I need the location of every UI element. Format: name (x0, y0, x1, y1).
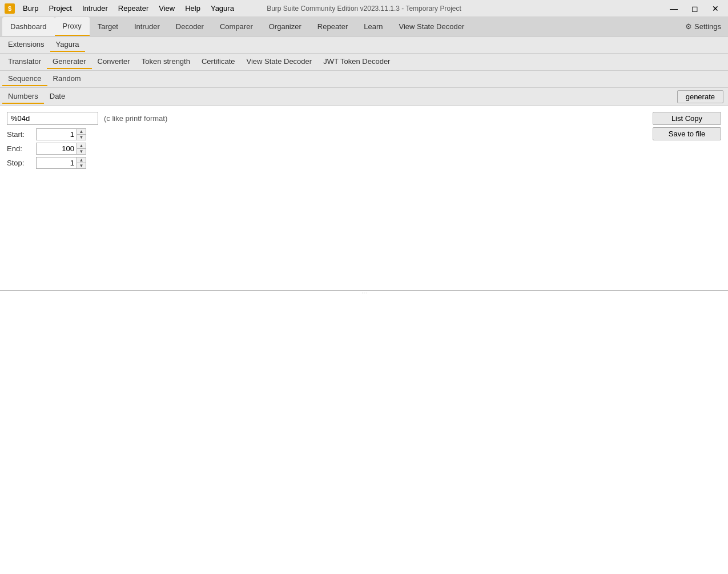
menu-project[interactable]: Project (44, 3, 76, 14)
resize-handle[interactable]: ⋯ (353, 291, 376, 294)
tab-proxy[interactable]: Proxy (55, 17, 90, 36)
menu-bar[interactable]: Burp Project Intruder Repeater View Help… (18, 3, 239, 14)
start-spinner[interactable]: ▲ ▼ (77, 129, 86, 140)
tab-numbers[interactable]: Numbers (2, 90, 44, 104)
tab-intruder[interactable]: Intruder (126, 17, 168, 36)
menu-view[interactable]: View (154, 3, 179, 14)
stop-input[interactable] (37, 157, 77, 168)
window-controls[interactable]: — ◻ ✕ (665, 3, 723, 14)
stop-input-wrapper: ▲ ▼ (36, 157, 86, 169)
yagura-nav-tabs: Extensions Yagura (0, 37, 728, 54)
tab-yagura[interactable]: Yagura (50, 38, 85, 52)
window-title: Burp Suite Community Edition v2023.11.1.… (267, 5, 461, 13)
jtrans-nav-tabs: Translator Generater Converter Token str… (0, 54, 728, 71)
tab-jwt-token-decoder[interactable]: JWT Token Decoder (317, 55, 396, 69)
menu-burp[interactable]: Burp (18, 3, 43, 14)
tab-converter[interactable]: Converter (92, 55, 136, 69)
settings-button[interactable]: ⚙ Settings (681, 20, 726, 33)
settings-label: Settings (694, 22, 721, 31)
start-label: Start: (7, 130, 33, 139)
title-bar: $ Burp Project Intruder Repeater View He… (0, 0, 728, 17)
format-input[interactable] (7, 112, 98, 125)
app-logo: $ (5, 3, 15, 14)
end-label: End: (7, 144, 33, 153)
gear-icon: ⚙ (685, 22, 692, 31)
list-copy-button[interactable]: List Copy (653, 112, 721, 125)
menu-repeater[interactable]: Repeater (114, 3, 153, 14)
end-spinner[interactable]: ▲ ▼ (77, 143, 86, 154)
tab-decoder[interactable]: Decoder (168, 17, 212, 36)
num-nav-tabs: Numbers Date generate (0, 88, 728, 106)
tab-organizer[interactable]: Organizer (261, 17, 309, 36)
tab-extensions[interactable]: Extensions (2, 38, 50, 52)
tab-learn[interactable]: Learn (356, 17, 391, 36)
tab-repeater[interactable]: Repeater (309, 17, 356, 36)
start-down-button[interactable]: ▼ (77, 135, 86, 140)
tab-target[interactable]: Target (90, 17, 126, 36)
action-buttons: List Copy Save to file (653, 112, 721, 140)
lower-panel: ⋯ (0, 290, 728, 574)
seq-nav-tabs: Sequence Random (0, 71, 728, 88)
end-input-wrapper: ▲ ▼ (36, 143, 86, 155)
tab-generater[interactable]: Generater (47, 55, 92, 69)
tab-comparer[interactable]: Comparer (212, 17, 261, 36)
tab-certificate[interactable]: Certificate (196, 55, 241, 69)
tab-sequence[interactable]: Sequence (2, 72, 47, 86)
menu-intruder[interactable]: Intruder (78, 3, 112, 14)
start-input-wrapper: ▲ ▼ (36, 128, 86, 140)
minimize-button[interactable]: — (665, 3, 682, 14)
tab-view-state-decoder-ext[interactable]: View State Decoder (240, 55, 317, 69)
tab-random[interactable]: Random (47, 72, 87, 86)
maximize-button[interactable]: ◻ (687, 3, 703, 14)
save-to-file-button[interactable]: Save to file (653, 127, 721, 140)
tab-date[interactable]: Date (44, 90, 71, 104)
end-input[interactable] (37, 143, 77, 154)
format-hint: (c like printf format) (104, 114, 167, 123)
format-row: (c like printf format) List Copy Save to… (7, 112, 721, 125)
end-up-button[interactable]: ▲ (77, 143, 86, 149)
generate-button[interactable]: generate (677, 90, 723, 103)
menu-yagura[interactable]: Yagura (206, 3, 239, 14)
end-row: End: ▲ ▼ (7, 143, 721, 155)
stop-up-button[interactable]: ▲ (77, 157, 86, 163)
main-nav-tabs: Dashboard Proxy Target Intruder Decoder … (0, 17, 728, 37)
tab-token-strength[interactable]: Token strength (136, 55, 196, 69)
stop-row: Stop: ▲ ▼ (7, 157, 721, 169)
start-row: Start: ▲ ▼ (7, 128, 721, 140)
stop-label: Stop: (7, 159, 33, 167)
tab-view-state-decoder[interactable]: View State Decoder (391, 17, 473, 36)
tab-dashboard[interactable]: Dashboard (2, 17, 55, 36)
tab-translator[interactable]: Translator (2, 55, 47, 69)
stop-down-button[interactable]: ▼ (77, 163, 86, 168)
end-down-button[interactable]: ▼ (77, 149, 86, 154)
stop-spinner[interactable]: ▲ ▼ (77, 157, 86, 168)
start-input[interactable] (37, 129, 77, 140)
close-button[interactable]: ✕ (707, 3, 723, 14)
start-up-button[interactable]: ▲ (77, 129, 86, 135)
menu-help[interactable]: Help (180, 3, 205, 14)
